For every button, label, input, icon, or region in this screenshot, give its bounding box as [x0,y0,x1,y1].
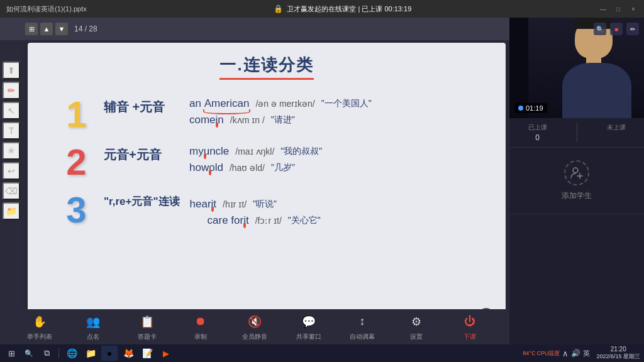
shape-tool[interactable]: ✳ [3,142,20,160]
status-next: 未上课 [607,123,626,142]
example-chinese: "关心它" [288,215,321,226]
section-3-examples: hear it /hɪr ɪt/ "听说" care for it /fɔːr … [190,194,474,231]
cursor-tool[interactable]: ⬆ [3,62,20,79]
tool-roll-call-label: 点名 [87,332,99,341]
taskbar-app-notes[interactable]: 📝 [139,346,155,361]
tool-hand-list[interactable]: ✋ 举手列表 [21,313,58,341]
tool-record-label: 录制 [194,332,207,341]
section-1-number: 1 [59,96,94,133]
status-next-label: 未上课 [607,123,626,132]
tool-auto-adjust[interactable]: ↕ 自动调幕 [343,313,381,341]
tool-mute-all-label: 全员静音 [242,332,267,341]
auto-adjust-icon: ↕ [353,313,371,331]
example-chinese: "听说" [253,199,277,210]
section-2-examples: my uncle /maɪ ʌŋkl/ "我的叔叔" how old /haʊ … [189,141,474,178]
tray-network[interactable]: ∧ [562,349,569,358]
taskbar-app-active[interactable]: ● [101,346,118,361]
tool-end-class-label: 下课 [464,332,476,341]
tool-auto-adjust-label: 自动调幕 [350,332,375,341]
taskbar-app-browser[interactable]: 🦊 [120,346,136,361]
example-row: come in /kʌm ɪn / "请进" [189,114,474,126]
tool-answer-card[interactable]: 📋 答题卡 [128,313,166,341]
example-word: my uncle [189,145,229,158]
prev-slide-button[interactable]: ▲ [40,23,53,35]
status-live-label: 已上课 [528,123,547,132]
slide-title: 一.连读分类 [28,54,506,80]
camera-pen-button[interactable]: ✏ [626,23,639,35]
tray-lang[interactable]: 英 [583,349,590,358]
example-phonetic: /ən ə merɪkən/ [255,99,314,109]
taskbar-divider [58,348,59,358]
tray-temp[interactable]: 84°C CPU温度 [523,349,560,358]
tool-settings-label: 设置 [410,332,423,341]
start-button[interactable]: ⊞ [4,346,19,361]
taskbar-app-media[interactable]: ▶ [158,346,174,361]
example-row: hear it /hɪr ɪt/ "听说" [190,198,474,211]
tray-volume[interactable]: 🔊 [571,349,580,358]
section-1-examples: an American /ən ə merɪkən/ "一个美国人" come … [189,94,474,130]
tool-share-window[interactable]: 💬 共享窗口 [290,313,328,341]
search-button[interactable]: 🔍 [21,346,36,361]
example-row: how old /haʊ əld/ "几岁" [189,162,474,174]
section-2-label: 元音+元音 [104,146,179,163]
undo-tool[interactable]: ↩ [3,162,20,180]
example-chinese: "请进" [271,114,295,126]
example-chinese: "我的叔叔" [280,146,322,157]
example-word: care for it [208,214,249,227]
taskbar-app-folder[interactable]: 📁 [82,346,99,361]
section-3-label: "r,re+元音"连读 [104,194,180,209]
left-toolbar: ⬆ ✏ ↖ T ✳ ↩ ⌫ 📁 [0,58,23,224]
status-live: 已上课 0 [528,123,547,142]
restore-button[interactable]: □ [614,4,623,13]
right-panel: 01:19 🔍 ■ ✏ 已上课 0 未上课 添加学生 [509,18,644,362]
minimize-button[interactable]: — [599,4,608,13]
slide-view-button[interactable]: ⊞ [25,23,38,35]
settings-icon: ⚙ [408,313,425,331]
camera-search-button[interactable]: 🔍 [594,23,606,35]
tool-record[interactable]: ⏺ 录制 [182,313,219,341]
title-bar: 如何流利读英语(1)(1).pptx 🔒 卫才赢发起的在线课堂 | 已上课 00… [0,0,644,18]
taskbar-app-ie[interactable]: 🌐 [64,346,80,361]
example-chinese: "一个美国人" [321,98,372,109]
add-student-icon[interactable] [564,160,589,185]
slide-content: 1 辅音 +元音 an American /ən ə merɪkən/ "一个美… [28,80,506,244]
tool-share-window-label: 共享窗口 [296,332,321,341]
camera-view: 01:19 🔍 ■ ✏ [509,18,644,118]
select-tool[interactable]: ↖ [3,102,20,119]
tool-roll-call[interactable]: 👥 点名 [74,313,112,341]
slide-page-indicator: 14 / 28 [74,25,97,33]
camera-controls: 🔍 ■ ✏ [594,23,639,35]
task-view-button[interactable]: ⧉ [39,346,54,361]
hand-list-icon: ✋ [31,313,48,331]
section-2: 2 元音+元音 my uncle /maɪ ʌŋkl/ "我的叔叔" how o… [59,141,474,180]
close-button[interactable]: × [629,4,638,13]
example-word: come in [189,114,224,126]
eraser-tool[interactable]: ⌫ [3,182,20,200]
tray-area: 84°C CPU温度 ∧ 🔊 英 21:20 2022/6/15 星期三 [523,346,640,361]
tool-end-class[interactable]: ⏻ 下课 [451,313,489,341]
text-tool[interactable]: T [3,122,20,140]
tray-temp-label: CPU温度 [536,349,560,358]
svg-point-0 [573,168,578,173]
example-chinese: "几岁" [271,162,295,173]
tool-settings[interactable]: ⚙ 设置 [397,313,435,341]
timer-dot [518,106,523,111]
example-word: how old [189,162,223,174]
add-student-label: 添加学生 [562,190,592,201]
example-phonetic: /fɔːr ɪt/ [255,216,282,226]
clock-area[interactable]: 21:20 2022/6/15 星期三 [596,346,640,361]
slide-frame: 一.连读分类 1 辅音 +元音 an American /ən ə merɪkə… [28,43,506,332]
example-phonetic: /haʊ əld/ [230,163,265,173]
timer-text: 01:19 [526,104,543,112]
camera-record-button[interactable]: ■ [610,23,623,35]
pen-tool-red[interactable]: ✏ [3,82,20,99]
folder-tool[interactable]: 📁 [3,202,20,220]
tool-mute-all[interactable]: 🔇 全员静音 [236,313,274,341]
timer-badge: 01:19 [514,103,547,113]
next-slide-button[interactable]: ▼ [55,23,68,35]
add-student-area[interactable]: 添加学生 [509,148,644,214]
example-phonetic: /maɪ ʌŋkl/ [235,146,274,156]
tool-hand-list-label: 举手列表 [27,332,52,341]
example-phonetic: /kʌm ɪn / [230,115,265,125]
example-row: care for it /fɔːr ɪt/ "关心它" [190,214,474,227]
